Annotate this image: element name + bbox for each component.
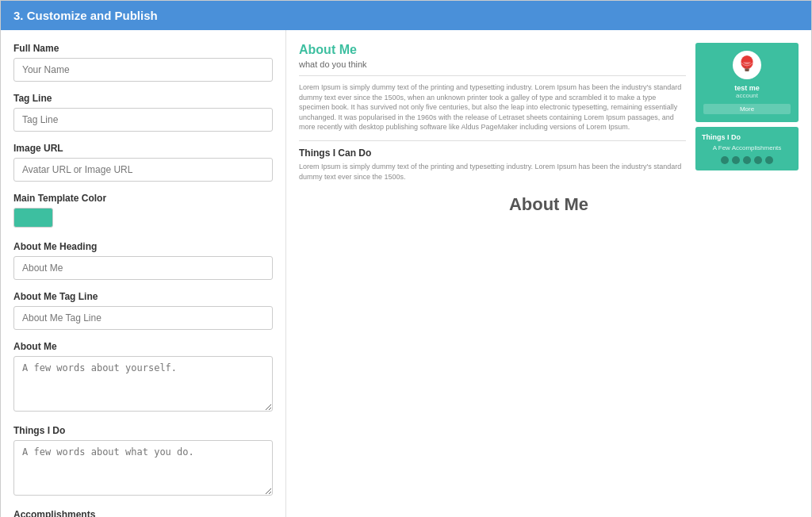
main-color-swatch[interactable] — [13, 208, 53, 228]
page-header: 3. Customize and Publish — [1, 1, 811, 30]
preview-social-icons — [702, 156, 792, 164]
preview-accomplishment: A Few Accomplishments — [702, 144, 792, 151]
preview-things-lorem: Lorem Ipsum is simply dummy text of the … — [299, 162, 686, 182]
tagline-input[interactable] — [13, 108, 273, 132]
preview-right: test me account More Things I Do A Few A… — [695, 43, 799, 182]
preview-divider2 — [299, 140, 686, 141]
fullname-label: Full Name — [13, 43, 273, 54]
preview-card2: Things I Do A Few Accomplishments — [695, 127, 799, 170]
social-icon-4 — [754, 156, 762, 164]
about-heading-group: About Me Heading — [13, 241, 273, 280]
page-title: 3. Customize and Publish — [13, 9, 158, 22]
imageurl-group: Image URL — [13, 143, 273, 182]
svg-rect-2 — [745, 68, 749, 71]
preview-lorem1: Lorem Ipsum is simply dummy text of the … — [299, 82, 686, 132]
preview-container: About Me what do you think Lorem Ipsum i… — [299, 43, 799, 215]
social-icon-2 — [732, 156, 740, 164]
main-color-group: Main Template Color — [13, 193, 273, 230]
preview-more-button[interactable]: More — [703, 104, 791, 114]
about-heading-label: About Me Heading — [13, 241, 273, 252]
about-me-group: About Me — [13, 341, 273, 414]
preview-about-title: About Me — [299, 43, 686, 57]
preview-card2-title: Things I Do — [702, 133, 792, 141]
preview-main: About Me what do you think Lorem Ipsum i… — [299, 43, 799, 182]
about-heading-input[interactable] — [13, 256, 273, 280]
preview-tagline: what do you think — [299, 59, 686, 69]
fullname-group: Full Name — [13, 43, 273, 82]
things-group: Things I Do — [13, 425, 273, 498]
about-me-label: About Me — [13, 341, 273, 352]
about-tagline-label: About Me Tag Line — [13, 291, 273, 302]
balloon-icon — [736, 54, 758, 76]
right-panel: About Me what do you think Lorem Ipsum i… — [286, 30, 811, 517]
preview-card-subtitle: account — [703, 92, 791, 99]
preview-card-name: test me — [703, 84, 791, 92]
main-color-label: Main Template Color — [13, 193, 273, 204]
about-tagline-group: About Me Tag Line — [13, 291, 273, 330]
content-area: Full Name Tag Line Image URL Main Templa… — [1, 30, 811, 517]
preview-things-title: Things I Can Do — [299, 147, 686, 159]
things-label: Things I Do — [13, 425, 273, 436]
things-textarea[interactable] — [13, 440, 273, 496]
tagline-label: Tag Line — [13, 93, 273, 104]
social-icon-3 — [743, 156, 751, 164]
preview-divider1 — [299, 75, 686, 76]
preview-card: test me account More — [695, 43, 799, 122]
accomplishments-group: Accomplishments — [13, 509, 273, 517]
preview-big-label: About Me — [299, 194, 799, 215]
fullname-input[interactable] — [13, 58, 273, 82]
imageurl-label: Image URL — [13, 143, 273, 154]
tagline-group: Tag Line — [13, 93, 273, 132]
page-wrapper: 3. Customize and Publish Full Name Tag L… — [0, 0, 812, 517]
imageurl-input[interactable] — [13, 158, 273, 182]
about-tagline-input[interactable] — [13, 306, 273, 330]
preview-left: About Me what do you think Lorem Ipsum i… — [299, 43, 686, 182]
social-icon-5 — [765, 156, 773, 164]
social-icon-1 — [721, 156, 729, 164]
preview-avatar — [733, 51, 761, 79]
accomplishments-label: Accomplishments — [13, 509, 273, 517]
about-me-textarea[interactable] — [13, 356, 273, 412]
left-panel: Full Name Tag Line Image URL Main Templa… — [1, 30, 286, 517]
